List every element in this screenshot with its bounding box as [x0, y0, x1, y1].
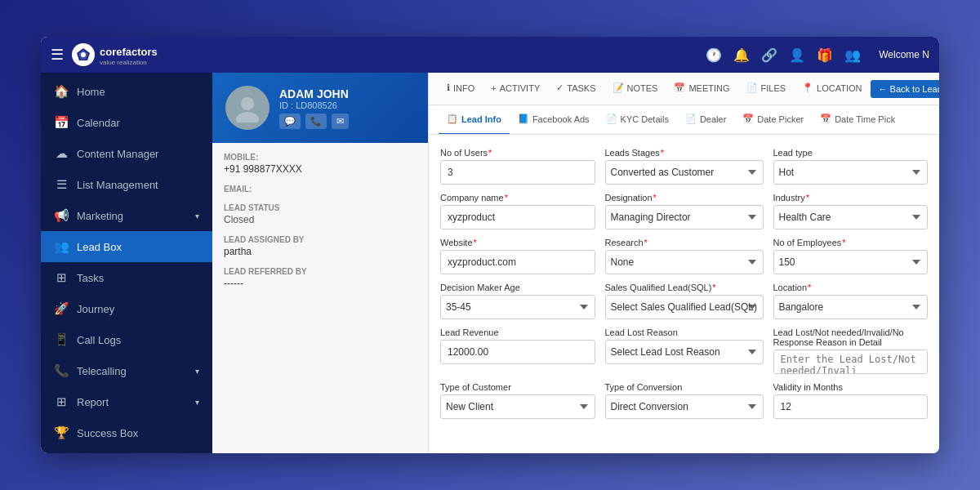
info-icon: ℹ: [447, 82, 450, 93]
sidebar-item-journey[interactable]: 🚀 Journey: [41, 293, 212, 324]
sidebar-label-content: Content Manager: [77, 148, 199, 160]
subtab-date-picker[interactable]: 📅 Date Picker: [734, 105, 812, 135]
files-icon: 📄: [746, 82, 758, 93]
no-of-users-group: No of Users*: [440, 148, 595, 185]
mobile-label: Mobile:: [224, 153, 416, 162]
gift-icon[interactable]: 🎁: [817, 47, 833, 63]
type-of-customer-select[interactable]: New Client Existing Client: [440, 394, 595, 419]
lead-revenue-input[interactable]: [440, 340, 595, 364]
lead-lost-reason-select[interactable]: Select Lead Lost Reason Budget: [605, 340, 764, 364]
profile-panel: ADAM JOHN ID : LD808526 💬 📞 ✉ Mobile: +9…: [212, 73, 429, 453]
logo-area: corefactors value realization: [72, 43, 158, 66]
avatar: [225, 86, 270, 130]
subtab-facebook-ads[interactable]: 📘 Facebook Ads: [510, 105, 598, 135]
lead-lost-detail-group: Lead Lost/Not needed/Invalid/No Response…: [773, 327, 929, 374]
lead-referred-label: Lead Referred By: [224, 267, 416, 276]
tab-location[interactable]: 📍 LOCATION: [794, 73, 870, 105]
research-group: Research* None Google: [605, 238, 764, 274]
subtab-kyc-details[interactable]: 📄 KYC Details: [598, 105, 677, 135]
lead-assigned-label: Lead Assigned By: [224, 235, 416, 244]
sidebar-item-home[interactable]: 🏠 Home: [41, 76, 212, 107]
lead-form-grid: No of Users* Leads Stages* Converted as …: [429, 135, 939, 432]
tasks-tab-icon: ✓: [556, 82, 564, 93]
location-select[interactable]: Bangalore Mumbai: [773, 295, 929, 319]
lead-lost-detail-label: Lead Lost/Not needed/Invalid/No Response…: [773, 327, 929, 347]
leads-stages-group: Leads Stages* Converted as Customer New …: [605, 148, 764, 185]
users-icon[interactable]: 👥: [844, 47, 861, 63]
sidebar-item-report[interactable]: ⊞ Report ▾: [41, 386, 212, 417]
industry-label: Industry*: [773, 193, 929, 203]
user-icon[interactable]: 👤: [789, 47, 805, 63]
welcome-text: Welcome N: [879, 49, 929, 60]
company-name-input[interactable]: [440, 205, 595, 229]
message-button[interactable]: 💬: [279, 114, 301, 129]
clock-icon[interactable]: 🕐: [706, 47, 722, 63]
sales-qualified-lead-select[interactable]: Select Sales Qualified Lead(SQL) Yes No: [605, 295, 764, 319]
phone-button[interactable]: 📞: [305, 114, 327, 129]
no-of-users-input[interactable]: [440, 160, 595, 185]
lead-lost-detail-textarea[interactable]: [773, 350, 929, 374]
sidebar-label-report: Report: [77, 396, 187, 408]
sidebar-item-content-manager[interactable]: ☁ Content Manager: [41, 138, 212, 169]
mobile-value: +91 998877XXXX: [224, 163, 416, 175]
sidebar-item-success-box[interactable]: 🏆 Success Box: [41, 417, 212, 448]
no-of-employees-select[interactable]: 150 50-100: [773, 250, 929, 274]
validity-in-months-input[interactable]: [773, 394, 929, 419]
designation-select[interactable]: Managing Director CEO: [605, 205, 764, 229]
sidebar-item-list-management[interactable]: ☰ List Management: [41, 169, 212, 200]
subtab-date-time-pick[interactable]: 📅 Date Time Pick: [812, 105, 903, 135]
sidebar-label-marketing: Marketing: [77, 210, 187, 222]
designation-group: Designation* Managing Director CEO: [605, 193, 764, 229]
industry-group: Industry* Health Care IT: [773, 193, 929, 229]
telecalling-icon: 📞: [54, 363, 69, 378]
tab-files[interactable]: 📄 FILES: [738, 73, 795, 105]
email-button[interactable]: ✉: [332, 114, 349, 129]
sidebar-item-tasks[interactable]: ⊞ Tasks: [41, 262, 212, 293]
research-label: Research*: [605, 238, 764, 247]
sidebar-item-calendar[interactable]: 📅 Calendar: [41, 107, 212, 138]
notes-icon: 📝: [612, 82, 624, 93]
sidebar-label-journey: Journey: [77, 303, 199, 315]
tab-notes[interactable]: 📝 NOTES: [604, 73, 666, 105]
subtab-datepicker-label: Date Picker: [757, 114, 804, 124]
sidebar-item-lead-box[interactable]: 👥 Lead Box: [41, 231, 212, 262]
bell-icon[interactable]: 🔔: [733, 47, 750, 63]
sidebar-item-marketing[interactable]: 📢 Marketing ▾: [41, 200, 212, 231]
location-group: Location* Bangalore Mumbai: [773, 283, 929, 319]
tab-meeting[interactable]: 📅 MEETING: [666, 73, 737, 105]
website-label: Website*: [440, 238, 595, 247]
type-of-conversion-select[interactable]: Direct Conversion Indirect: [605, 394, 764, 419]
subtab-lead-info[interactable]: 📋 Lead Info: [439, 105, 510, 135]
sidebar-item-call-logs[interactable]: 📱 Call Logs: [41, 324, 212, 355]
tab-info[interactable]: ℹ INFO: [439, 73, 483, 105]
lead-type-label: Lead type: [773, 148, 929, 158]
leads-stages-select[interactable]: Converted as Customer New Lead: [605, 160, 764, 185]
tab-activity[interactable]: + ACTIVITY: [483, 73, 548, 105]
tab-tasks[interactable]: ✓ TASKS: [548, 73, 604, 105]
decision-maker-age-select[interactable]: 35-45 25-35: [440, 295, 595, 319]
lead-type-select[interactable]: Hot Warm Cold: [773, 160, 929, 185]
designation-label: Designation*: [605, 193, 764, 203]
decision-maker-age-group: Decision Maker Age 35-45 25-35: [440, 283, 595, 319]
sales-qualified-lead-label: Sales Qualified Lead(SQL)*: [605, 283, 764, 292]
facebook-icon: 📘: [518, 114, 529, 124]
sidebar-item-telecalling[interactable]: 📞 Telecalling ▾: [41, 355, 212, 386]
lead-referred-row: Lead Referred By ------: [224, 267, 416, 289]
link-icon[interactable]: 🔗: [761, 47, 777, 63]
activity-icon: +: [491, 83, 496, 93]
validity-in-months-group: Validity in Months: [773, 382, 929, 419]
industry-select[interactable]: Health Care IT: [773, 205, 929, 229]
back-to-leads-button[interactable]: ← Back to Leads: [871, 80, 939, 98]
hamburger-icon[interactable]: ☰: [51, 46, 64, 64]
sidebar-label-tasks: Tasks: [77, 272, 199, 284]
website-input[interactable]: [440, 250, 595, 274]
subtab-dealer[interactable]: 📄 Dealer: [677, 105, 734, 135]
datetimepick-icon: 📅: [820, 114, 831, 124]
calendar-icon: 📅: [54, 115, 69, 130]
lead-type-group: Lead type Hot Warm Cold: [773, 148, 929, 185]
research-select[interactable]: None Google: [605, 250, 764, 274]
validity-in-months-label: Validity in Months: [773, 382, 929, 392]
tab-meeting-label: MEETING: [688, 83, 729, 93]
top-navbar: ☰ corefactors value realization 🕐 🔔 🔗 👤 …: [41, 37, 939, 73]
calllogs-icon: 📱: [54, 332, 69, 347]
